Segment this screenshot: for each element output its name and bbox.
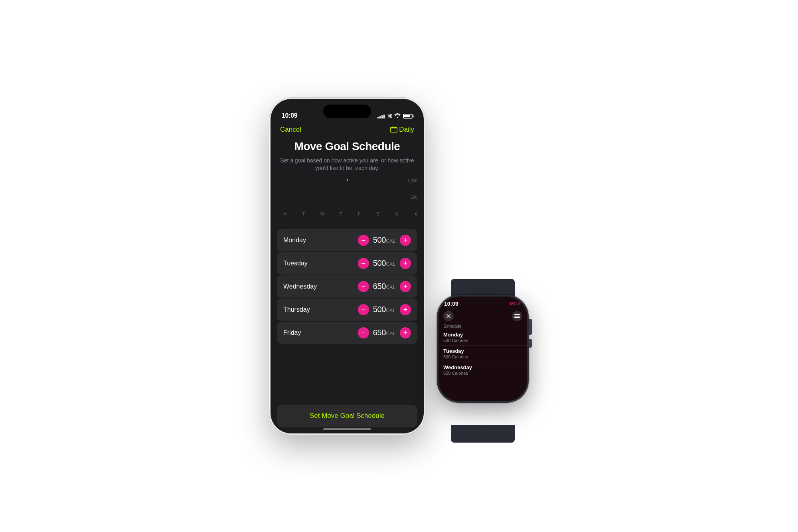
watch-top-bar	[439, 309, 527, 322]
signal-icon	[377, 114, 385, 119]
tuesday-label: Tuesday	[283, 260, 308, 267]
status-time: 10:09	[282, 112, 297, 119]
watch-band-top	[451, 279, 515, 297]
iphone-device: 10:09 ⌘	[269, 98, 425, 435]
svg-rect-1	[392, 127, 393, 128]
chart-bar-tuesday: T	[296, 209, 312, 216]
activity-chart: 1,000 500 0	[271, 174, 424, 226]
close-icon	[446, 314, 450, 318]
wednesday-decrease-button[interactable]: −	[358, 281, 369, 292]
thursday-increase-button[interactable]: +	[400, 304, 411, 315]
thursday-decrease-button[interactable]: −	[358, 304, 369, 315]
goal-line	[277, 199, 405, 199]
set-button-label: Set Move Goal Schedule	[310, 412, 385, 419]
wednesday-row: Wednesday − 650CAL +	[277, 275, 417, 298]
svg-rect-5	[514, 317, 520, 318]
svg-rect-0	[391, 128, 397, 133]
friday-calories: 650CAL	[373, 328, 396, 337]
monday-row: Monday − 500CAL +	[277, 229, 417, 251]
daily-label: Daily	[399, 126, 414, 134]
tuesday-calories: 500CAL	[373, 259, 396, 268]
watch-schedule-label: Schedule	[439, 322, 527, 329]
friday-increase-button[interactable]: +	[400, 327, 411, 338]
wifi-icon: ⌘	[387, 113, 401, 119]
monday-label: Monday	[283, 237, 306, 244]
wednesday-label: Wednesday	[283, 283, 317, 290]
tuesday-increase-button[interactable]: +	[400, 258, 411, 269]
calendar-icon	[390, 127, 397, 133]
menu-icon	[514, 314, 520, 318]
watch-time: 10:09	[444, 301, 458, 307]
watch-wednesday-name: Wednesday	[443, 364, 522, 370]
cancel-button[interactable]: Cancel	[280, 126, 301, 134]
thursday-calories: 500CAL	[373, 305, 396, 314]
page-subtitle: Set a goal based on how active you are, …	[280, 157, 414, 172]
page-title: Move Goal Schedule	[280, 140, 414, 153]
watch-close-button[interactable]	[443, 311, 454, 321]
friday-label: Friday	[283, 329, 301, 336]
status-icons: ⌘	[377, 113, 413, 119]
monday-decrease-button[interactable]: −	[358, 235, 369, 246]
watch-band-bottom	[451, 425, 515, 443]
apple-watch-device: 10:09 Move	[437, 295, 529, 403]
watch-screen: 10:09 Move	[439, 297, 527, 401]
watch-move-label: Move	[510, 301, 521, 307]
friday-controls: − 650CAL +	[358, 327, 411, 338]
tuesday-row: Tuesday − 500CAL +	[277, 252, 417, 275]
watch-wednesday-calories: 650 Calories	[443, 371, 522, 376]
phone-content: Cancel Daily Move Goal Schedule	[271, 123, 424, 433]
svg-rect-4	[514, 316, 520, 316]
watch-monday-name: Monday	[443, 332, 522, 338]
chart-bar-saturday: S	[370, 209, 386, 216]
watch-container: 10:09 Move	[437, 295, 529, 427]
chart-bar-friday: F	[351, 209, 367, 216]
watch-monday-item: Monday 500 Calories	[439, 329, 527, 346]
watch-menu-button[interactable]	[512, 311, 522, 321]
title-section: Move Goal Schedule Set a goal based on h…	[271, 135, 424, 174]
svg-rect-3	[514, 314, 520, 315]
chart-bar-sunday: S	[388, 209, 405, 216]
scene: 10:09 ⌘	[269, 98, 529, 435]
nav-bar: Cancel Daily	[271, 123, 424, 135]
watch-days-list: Monday 500 Calories Tuesday 500 Calories…	[439, 329, 527, 378]
wednesday-controls: − 650CAL +	[358, 281, 411, 292]
chart-bar-thursday: T	[333, 209, 349, 216]
thursday-controls: − 500CAL +	[358, 304, 411, 315]
home-indicator	[323, 428, 371, 430]
dynamic-island	[323, 105, 371, 118]
watch-tuesday-calories: 500 Calories	[443, 354, 522, 359]
set-move-goal-button[interactable]: Set Move Goal Schedule	[277, 405, 417, 427]
wednesday-calories: 650CAL	[373, 282, 396, 291]
svg-rect-2	[395, 127, 395, 128]
iphone-screen: 10:09 ⌘	[271, 99, 424, 433]
battery-icon	[403, 114, 413, 119]
friday-decrease-button[interactable]: −	[358, 327, 369, 338]
watch-wednesday-item: Wednesday 650 Calories	[439, 362, 527, 378]
watch-tuesday-name: Tuesday	[443, 348, 522, 354]
thursday-row: Thursday − 500CAL +	[277, 299, 417, 321]
thursday-label: Thursday	[283, 306, 310, 313]
wednesday-increase-button[interactable]: +	[400, 281, 411, 292]
tuesday-decrease-button[interactable]: −	[358, 258, 369, 269]
chart-bar-wednesday: W	[314, 209, 330, 216]
watch-monday-calories: 500 Calories	[443, 338, 522, 343]
monday-calories: 500CAL	[373, 235, 396, 245]
chart-bar-monday: M	[277, 209, 293, 216]
monday-controls: − 500CAL +	[358, 235, 411, 246]
watch-crown	[529, 319, 532, 335]
watch-tuesday-item: Tuesday 500 Calories	[439, 346, 527, 362]
days-list: Monday − 500CAL +	[271, 226, 424, 400]
daily-button[interactable]: Daily	[390, 126, 414, 134]
watch-status-bar: 10:09 Move	[439, 297, 527, 309]
monday-increase-button[interactable]: +	[400, 235, 411, 246]
watch-side-button	[529, 339, 532, 348]
tuesday-controls: − 500CAL +	[358, 258, 411, 269]
friday-row: Friday − 650CAL +	[277, 322, 417, 344]
